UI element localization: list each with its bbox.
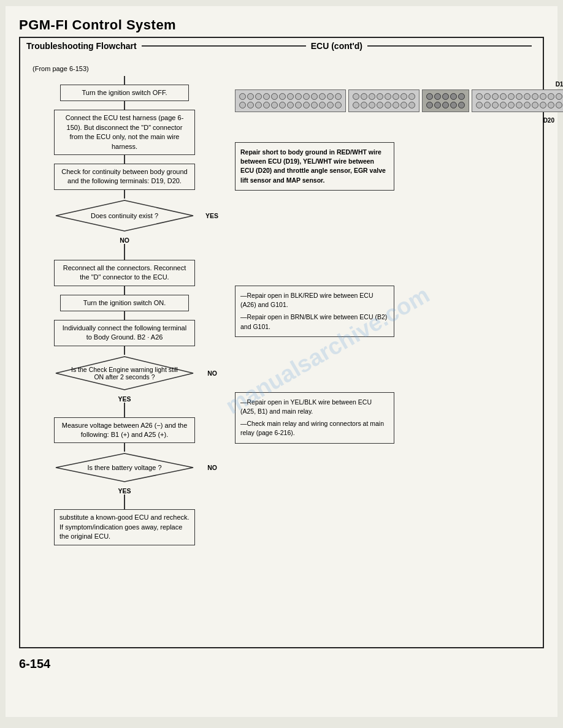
pin bbox=[548, 102, 554, 108]
pin bbox=[385, 102, 391, 108]
flowchart-body: manualsarchive.com (From page 6-153) Tur… bbox=[19, 54, 544, 648]
pin bbox=[484, 93, 491, 100]
vline5 bbox=[124, 244, 125, 260]
connector-visual bbox=[235, 89, 563, 115]
pin bbox=[548, 93, 554, 100]
ecu-connector-area: D19 bbox=[235, 89, 563, 124]
repair2-box: —Repair open in BLK/RED wire between ECU… bbox=[235, 286, 394, 337]
d20-label: D20 bbox=[235, 117, 554, 124]
connector-left bbox=[235, 89, 346, 112]
d19-label: D19 bbox=[556, 81, 563, 88]
vline1 bbox=[124, 76, 125, 85]
pin bbox=[239, 102, 246, 108]
pin bbox=[311, 102, 318, 108]
diamond3: Is there battery voltage ? NO YES bbox=[54, 452, 195, 483]
pin bbox=[311, 93, 318, 100]
pin bbox=[295, 93, 302, 100]
pin bbox=[556, 93, 562, 100]
pin bbox=[540, 93, 546, 100]
connector-right bbox=[472, 89, 563, 112]
pin bbox=[426, 102, 433, 108]
pin bbox=[303, 102, 310, 108]
pin bbox=[500, 93, 507, 100]
pin bbox=[393, 93, 399, 100]
pin bbox=[442, 93, 449, 100]
repair3-line2: —Check main relay and wiring connectors … bbox=[240, 419, 389, 438]
pin bbox=[508, 93, 515, 100]
pin bbox=[524, 93, 530, 100]
page-title: PGM-FI Control System bbox=[19, 17, 544, 33]
pin bbox=[408, 102, 415, 108]
pin bbox=[385, 93, 391, 100]
flowchart-right: D19 bbox=[229, 59, 563, 642]
connector-d bbox=[422, 89, 469, 112]
pin bbox=[408, 93, 415, 100]
pin bbox=[287, 102, 294, 108]
vline4 bbox=[124, 190, 125, 199]
pin bbox=[516, 93, 523, 100]
pin bbox=[335, 93, 342, 100]
yes2-label: YES bbox=[118, 395, 131, 403]
no1-label: NO bbox=[120, 237, 129, 244]
diamond1: Does continuity exist ? YES NO bbox=[54, 199, 195, 233]
pin bbox=[247, 93, 254, 100]
pin bbox=[492, 102, 499, 108]
pin bbox=[279, 102, 286, 108]
pin bbox=[492, 93, 499, 100]
no3-label: NO bbox=[207, 464, 217, 471]
step8-box: substitute a known-good ECU and recheck.… bbox=[54, 509, 195, 545]
pin bbox=[540, 102, 546, 108]
pin bbox=[369, 102, 375, 108]
pin bbox=[279, 93, 286, 100]
diamond1-text: Does continuity exist ? bbox=[91, 212, 158, 219]
vline11 bbox=[124, 495, 125, 509]
connector-mid bbox=[348, 89, 419, 112]
step6-box: Individually connect the following termi… bbox=[54, 320, 195, 346]
repair2-line1: —Repair open in BLK/RED wire between ECU… bbox=[240, 291, 389, 309]
pin bbox=[476, 93, 483, 100]
pin bbox=[532, 93, 538, 100]
step7-box: Measure voltage between A26 (−) and the … bbox=[54, 417, 195, 444]
flowchart-label: Troubleshooting Flowchart bbox=[26, 41, 137, 51]
pin bbox=[271, 102, 278, 108]
vline7 bbox=[124, 311, 125, 320]
pin bbox=[287, 93, 294, 100]
pin bbox=[361, 93, 367, 100]
pin bbox=[271, 93, 278, 100]
repair3-line1: —Repair open in YEL/BLK wire between ECU… bbox=[240, 398, 389, 416]
pin bbox=[255, 93, 262, 100]
pin bbox=[393, 102, 399, 108]
pin bbox=[434, 102, 441, 108]
step2-box: Connect the ECU test harness (page 6-150… bbox=[54, 110, 195, 155]
diamond3-text: Is there battery voltage ? bbox=[87, 464, 161, 471]
pin bbox=[377, 93, 383, 100]
pin bbox=[377, 102, 383, 108]
vline9 bbox=[124, 403, 125, 417]
pin bbox=[263, 93, 270, 100]
step3-box: Check for continuity between body ground… bbox=[54, 164, 195, 190]
diamond2: Is the Check Engine warning light still … bbox=[54, 355, 195, 392]
step5-box: Turn the ignition switch ON. bbox=[60, 295, 189, 311]
pin bbox=[327, 93, 334, 100]
pin bbox=[247, 102, 254, 108]
pin bbox=[361, 102, 367, 108]
pin bbox=[426, 93, 433, 100]
diamond2-text: Is the Check Engine warning light still … bbox=[54, 366, 195, 381]
pin bbox=[335, 102, 342, 108]
vline10 bbox=[124, 443, 125, 452]
vline8 bbox=[124, 346, 125, 355]
pin bbox=[239, 93, 246, 100]
pin bbox=[400, 102, 407, 108]
ecu-label: ECU (cont'd) bbox=[311, 41, 362, 51]
pin bbox=[434, 93, 441, 100]
vline6 bbox=[124, 286, 125, 295]
pin bbox=[484, 102, 491, 108]
pin bbox=[556, 102, 562, 108]
pin bbox=[450, 93, 457, 100]
no2-label: NO bbox=[207, 370, 217, 377]
pin bbox=[353, 93, 359, 100]
yes1-label: YES bbox=[205, 212, 218, 219]
pin bbox=[319, 93, 326, 100]
pin bbox=[516, 102, 523, 108]
from-note: (From page 6-153) bbox=[26, 65, 89, 72]
